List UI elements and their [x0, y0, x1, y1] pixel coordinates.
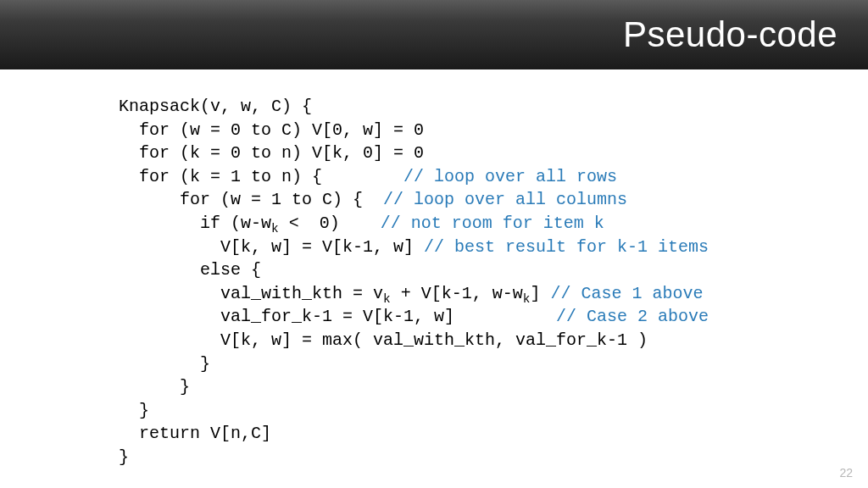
code-line: V[k, w] = max( val_with_kth, val_for_k-1… [119, 330, 648, 350]
page-number: 22 [839, 466, 853, 480]
code-comment: // Case 1 above [550, 284, 703, 303]
code-line: } [119, 401, 149, 420]
code-line: Knapsack(v, w, C) { [119, 97, 312, 116]
code-line: } [119, 354, 210, 374]
pseudocode-block: Knapsack(v, w, C) { for (w = 0 to C) V[0… [0, 69, 868, 469]
code-line: < 0) [279, 214, 381, 233]
code-line: for (k = 1 to n) { [119, 167, 403, 186]
code-comment: // Case 2 above [556, 307, 709, 326]
subscript-k: k [383, 292, 391, 306]
code-line: } [119, 447, 129, 467]
code-line: for (w = 1 to C) { [119, 190, 383, 209]
subscript-k: k [271, 222, 279, 236]
code-line: V[k, w] = V[k-1, w] [119, 237, 424, 257]
slide-title: Pseudo-code [623, 14, 837, 55]
code-line: if (w-w [119, 214, 271, 233]
code-line: val_with_kth = v [119, 284, 383, 303]
code-comment: // not room for item k [381, 214, 604, 233]
code-line: + V[k-1, w-w [391, 284, 523, 303]
code-line: for (w = 0 to C) V[0, w] = 0 [119, 120, 424, 140]
code-line: return V[n,C] [119, 424, 271, 443]
code-line: val_for_k-1 = V[k-1, w] [119, 307, 556, 326]
code-line: } [119, 377, 190, 396]
slide-title-bar: Pseudo-code [0, 0, 868, 69]
code-line: for (k = 0 to n) V[k, 0] = 0 [119, 143, 424, 163]
code-comment: // best result for k-1 items [424, 237, 709, 257]
code-comment: // loop over all rows [403, 167, 617, 186]
code-line: ] [530, 284, 550, 303]
code-comment: // loop over all columns [383, 190, 627, 209]
code-line: else { [119, 260, 261, 280]
